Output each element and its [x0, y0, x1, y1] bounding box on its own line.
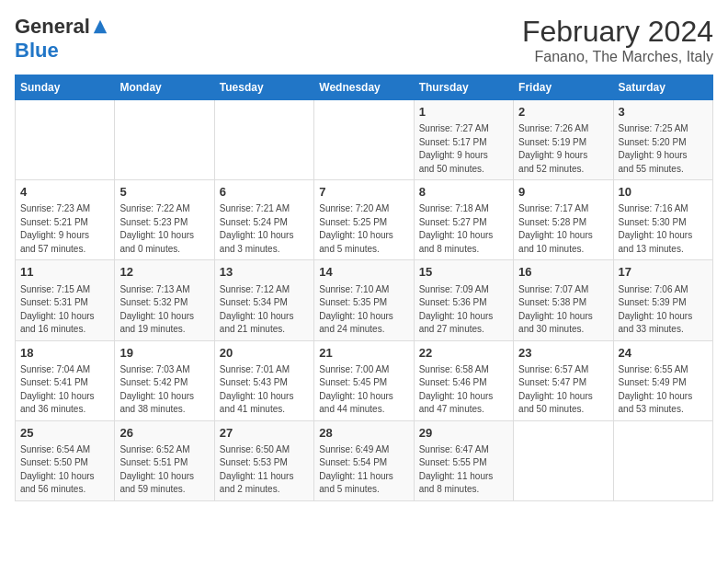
day-number: 5 [119, 184, 209, 201]
calendar-cell: 24Sunrise: 6:55 AMSunset: 5:49 PMDayligh… [613, 340, 712, 420]
day-number: 12 [119, 264, 209, 281]
calendar-cell: 19Sunrise: 7:03 AMSunset: 5:42 PMDayligh… [115, 340, 214, 420]
calendar-cell: 8Sunrise: 7:18 AMSunset: 5:27 PMDaylight… [414, 180, 513, 260]
calendar-cell [613, 420, 712, 500]
calendar-cell: 23Sunrise: 6:57 AMSunset: 5:47 PMDayligh… [514, 340, 613, 420]
day-number: 9 [518, 184, 608, 201]
calendar-cell: 25Sunrise: 6:54 AMSunset: 5:50 PMDayligh… [16, 420, 115, 500]
calendar-cell: 28Sunrise: 6:49 AMSunset: 5:54 PMDayligh… [314, 420, 414, 500]
calendar-cell: 11Sunrise: 7:15 AMSunset: 5:31 PMDayligh… [16, 260, 115, 340]
day-number: 29 [419, 425, 508, 442]
day-info: Sunrise: 7:22 AMSunset: 5:23 PMDaylight:… [119, 202, 209, 256]
day-info: Sunrise: 7:26 AMSunset: 5:19 PMDaylight:… [518, 122, 608, 176]
day-number: 18 [20, 345, 109, 362]
weekday-header: Friday [514, 75, 613, 100]
day-number: 17 [619, 264, 708, 281]
day-number: 26 [119, 425, 209, 442]
day-info: Sunrise: 7:25 AMSunset: 5:20 PMDaylight:… [619, 122, 708, 176]
day-info: Sunrise: 7:23 AMSunset: 5:21 PMDaylight:… [20, 202, 109, 256]
weekday-header: Sunday [16, 75, 115, 100]
day-info: Sunrise: 7:06 AMSunset: 5:39 PMDaylight:… [619, 283, 708, 337]
day-info: Sunrise: 7:03 AMSunset: 5:42 PMDaylight:… [119, 363, 209, 417]
calendar-week-row: 18Sunrise: 7:04 AMSunset: 5:41 PMDayligh… [16, 340, 713, 420]
day-info: Sunrise: 7:01 AMSunset: 5:43 PMDaylight:… [220, 363, 309, 417]
day-number: 16 [518, 264, 608, 281]
logo-general: General [15, 15, 90, 39]
day-number: 4 [20, 184, 109, 201]
calendar-week-row: 1Sunrise: 7:27 AMSunset: 5:17 PMDaylight… [16, 100, 713, 180]
day-info: Sunrise: 7:10 AMSunset: 5:35 PMDaylight:… [319, 283, 408, 337]
calendar-week-row: 4Sunrise: 7:23 AMSunset: 5:21 PMDaylight… [16, 180, 713, 260]
calendar-cell: 6Sunrise: 7:21 AMSunset: 5:24 PMDaylight… [214, 180, 313, 260]
calendar-cell [214, 100, 313, 180]
day-number: 20 [220, 345, 309, 362]
day-info: Sunrise: 7:17 AMSunset: 5:28 PMDaylight:… [518, 202, 608, 256]
day-info: Sunrise: 7:09 AMSunset: 5:36 PMDaylight:… [419, 283, 508, 337]
day-number: 19 [119, 345, 209, 362]
calendar-cell: 18Sunrise: 7:04 AMSunset: 5:41 PMDayligh… [16, 340, 115, 420]
day-number: 13 [220, 264, 309, 281]
day-number: 28 [319, 425, 408, 442]
day-info: Sunrise: 7:07 AMSunset: 5:38 PMDaylight:… [518, 283, 608, 337]
day-number: 11 [20, 264, 109, 281]
calendar-cell: 2Sunrise: 7:26 AMSunset: 5:19 PMDaylight… [514, 100, 613, 180]
calendar-cell: 9Sunrise: 7:17 AMSunset: 5:28 PMDaylight… [514, 180, 613, 260]
calendar-cell: 26Sunrise: 6:52 AMSunset: 5:51 PMDayligh… [115, 420, 214, 500]
logo-icon [92, 18, 108, 35]
weekday-header: Saturday [613, 75, 712, 100]
day-number: 6 [220, 184, 309, 201]
calendar-week-row: 11Sunrise: 7:15 AMSunset: 5:31 PMDayligh… [16, 260, 713, 340]
weekday-header: Thursday [414, 75, 513, 100]
day-info: Sunrise: 7:20 AMSunset: 5:25 PMDaylight:… [319, 202, 408, 256]
calendar-cell: 17Sunrise: 7:06 AMSunset: 5:39 PMDayligh… [613, 260, 712, 340]
calendar-cell: 14Sunrise: 7:10 AMSunset: 5:35 PMDayligh… [314, 260, 414, 340]
calendar-week-row: 25Sunrise: 6:54 AMSunset: 5:50 PMDayligh… [16, 420, 713, 500]
calendar-cell: 4Sunrise: 7:23 AMSunset: 5:21 PMDaylight… [16, 180, 115, 260]
day-number: 1 [419, 104, 508, 121]
calendar-cell [514, 420, 613, 500]
svg-marker-0 [94, 20, 107, 33]
day-info: Sunrise: 6:50 AMSunset: 5:53 PMDaylight:… [220, 443, 309, 497]
day-info: Sunrise: 7:15 AMSunset: 5:31 PMDaylight:… [20, 283, 109, 337]
calendar-cell: 22Sunrise: 6:58 AMSunset: 5:46 PMDayligh… [414, 340, 513, 420]
day-info: Sunrise: 6:47 AMSunset: 5:55 PMDaylight:… [419, 443, 508, 497]
weekday-header: Wednesday [314, 75, 414, 100]
calendar-cell: 7Sunrise: 7:20 AMSunset: 5:25 PMDaylight… [314, 180, 414, 260]
day-number: 3 [619, 104, 708, 121]
day-number: 8 [419, 184, 508, 201]
weekday-header: Tuesday [214, 75, 313, 100]
day-info: Sunrise: 7:21 AMSunset: 5:24 PMDaylight:… [220, 202, 309, 256]
month-title: February 2024 [522, 15, 713, 49]
calendar-cell [314, 100, 414, 180]
calendar-cell: 20Sunrise: 7:01 AMSunset: 5:43 PMDayligh… [214, 340, 313, 420]
day-number: 27 [220, 425, 309, 442]
calendar-cell [115, 100, 214, 180]
day-info: Sunrise: 7:12 AMSunset: 5:34 PMDaylight:… [220, 283, 309, 337]
day-number: 2 [518, 104, 608, 121]
day-info: Sunrise: 7:13 AMSunset: 5:32 PMDaylight:… [119, 283, 209, 337]
day-info: Sunrise: 6:57 AMSunset: 5:47 PMDaylight:… [518, 363, 608, 417]
day-info: Sunrise: 6:54 AMSunset: 5:50 PMDaylight:… [20, 443, 109, 497]
day-number: 21 [319, 345, 408, 362]
day-number: 23 [518, 345, 608, 362]
day-info: Sunrise: 7:04 AMSunset: 5:41 PMDaylight:… [20, 363, 109, 417]
calendar-cell [16, 100, 115, 180]
calendar-cell: 1Sunrise: 7:27 AMSunset: 5:17 PMDaylight… [414, 100, 513, 180]
calendar-cell: 13Sunrise: 7:12 AMSunset: 5:34 PMDayligh… [214, 260, 313, 340]
day-number: 15 [419, 264, 508, 281]
calendar-header-row: SundayMondayTuesdayWednesdayThursdayFrid… [16, 75, 713, 100]
calendar-cell: 29Sunrise: 6:47 AMSunset: 5:55 PMDayligh… [414, 420, 513, 500]
calendar-cell: 15Sunrise: 7:09 AMSunset: 5:36 PMDayligh… [414, 260, 513, 340]
location-title: Fanano, The Marches, Italy [522, 49, 713, 65]
calendar-cell: 3Sunrise: 7:25 AMSunset: 5:20 PMDaylight… [613, 100, 712, 180]
day-number: 10 [619, 184, 708, 201]
day-info: Sunrise: 7:18 AMSunset: 5:27 PMDaylight:… [419, 202, 508, 256]
day-number: 22 [419, 345, 508, 362]
calendar-cell: 12Sunrise: 7:13 AMSunset: 5:32 PMDayligh… [115, 260, 214, 340]
weekday-header: Monday [115, 75, 214, 100]
calendar-cell: 27Sunrise: 6:50 AMSunset: 5:53 PMDayligh… [214, 420, 313, 500]
day-info: Sunrise: 6:55 AMSunset: 5:49 PMDaylight:… [619, 363, 708, 417]
page-header: General Blue February 2024 Fanano, The M… [15, 15, 713, 65]
day-info: Sunrise: 6:52 AMSunset: 5:51 PMDaylight:… [119, 443, 209, 497]
day-number: 24 [619, 345, 708, 362]
